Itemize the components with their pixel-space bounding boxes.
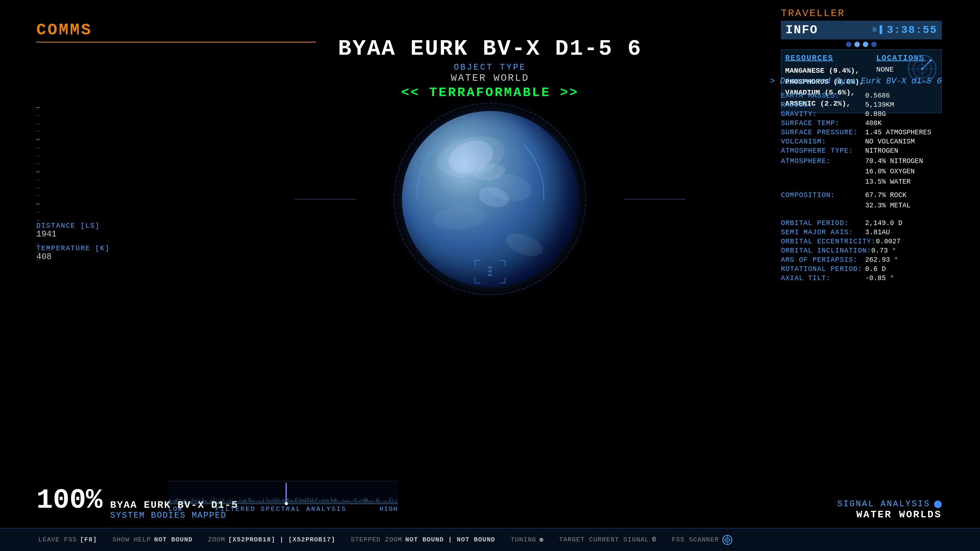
percent-value: 100% (36, 485, 103, 516)
planet-props: EARTH MASSES: 0.5686 RADIUS: 5,139KM GRA… (781, 92, 942, 284)
volcanism-value: NO VOLCANISM (865, 138, 942, 145)
ruler-tick (36, 180, 39, 188)
spectral-tick (328, 500, 329, 503)
distance-label: DISTANCE [LS] (36, 222, 110, 230)
tuning-key: ⊕ (539, 536, 544, 544)
distance-value: 1941 (36, 230, 110, 239)
signal-dot (934, 500, 942, 508)
spectral-tick (306, 501, 307, 503)
cmd-show-help[interactable]: SHOW HELP NOT BOUND (113, 536, 193, 543)
prop-orbital-eccentricity: ORBITAL ECCENTRICITY: 0.0027 (781, 238, 942, 245)
spectral-tick (278, 498, 279, 503)
object-type-value: WATER WORLD (338, 72, 642, 84)
spectral-tick (239, 500, 240, 503)
prop-arg-periapsis: ARG OF PERIAPSIS: 262.93 ° (781, 256, 942, 264)
semi-major-label: SEMI MAJOR AXIS: (781, 228, 865, 236)
prop-orbital-inclination: ORBITAL INCLINATION: 0.73 ° (781, 247, 942, 254)
scan-line-left (295, 199, 356, 199)
cmd-fss-scanner[interactable]: FSS SCANNER (672, 535, 733, 545)
info-label: INFO (786, 23, 818, 37)
spectral-tick (385, 500, 386, 503)
targeting-brackets: AA AA AA (475, 260, 505, 283)
spectral-tick (305, 498, 306, 503)
stepped-zoom-label: STEPPED ZOOM (351, 536, 402, 543)
ruler-tick (36, 107, 39, 116)
bottom-bar: LEAVE FSS [F8] SHOW HELP NOT BOUND ZOOM … (0, 528, 980, 551)
water-worlds-label: WATER WORLDS (837, 509, 942, 520)
spectral-tick (329, 502, 330, 503)
spectral-tick (334, 499, 335, 503)
spectral-tick (271, 499, 272, 503)
spectral-tick (294, 501, 294, 503)
spectral-tick (323, 499, 324, 503)
spectral-tick (247, 502, 248, 503)
ruler-tick (36, 188, 39, 196)
cmd-tuning[interactable]: TUNING ⊕ (511, 536, 544, 544)
spectral-tick (269, 499, 270, 503)
spectral-tick (304, 500, 305, 503)
cmd-target-signal[interactable]: TARGET CURRENT SIGNAL © (559, 536, 656, 543)
spectral-tick (249, 499, 250, 503)
scan-line-right (624, 199, 685, 199)
ruler-tick (36, 148, 39, 156)
menu-icon[interactable]: ≡▐ (872, 25, 882, 35)
dots-row (781, 42, 942, 47)
spectral-tick (320, 501, 321, 503)
orbital-eccentricity-value: 0.0027 (876, 238, 942, 245)
spectral-tick (343, 499, 344, 503)
ruler-tick (36, 124, 39, 132)
spectral-tick (295, 499, 296, 503)
prop-semi-major: SEMI MAJOR AXIS: 3.81AU (781, 228, 942, 236)
spectral-tick (395, 501, 396, 503)
bottom-system-info: BYAA EURK BV-X D1-5 SYSTEM BODIES MAPPED (110, 499, 238, 520)
ruler-tick (36, 163, 39, 171)
spectral-tick (358, 500, 358, 503)
zoom-label: ZOOM (208, 536, 225, 543)
spectral-tick (382, 502, 382, 503)
atmosphere-label: ATMOSPHERE: (781, 157, 865, 165)
radius-label: RADIUS: (781, 101, 865, 109)
atmosphere-value-3: 13.5% WATER (865, 177, 942, 187)
leave-fss-label: LEAVE FSS (38, 536, 77, 543)
surface-pressure-value: 1.45 ATMOSPHERES (865, 129, 942, 136)
dot-1 (846, 42, 851, 47)
orbital-inclination-label: ORBITAL INCLINATION: (781, 247, 871, 254)
spectral-tick (246, 499, 247, 503)
spectral-tick (309, 498, 309, 503)
spectral-tick (248, 497, 249, 503)
spectral-tick (390, 497, 390, 503)
spectral-tick (296, 498, 297, 503)
cmd-zoom[interactable]: ZOOM [X52PROB18] | [X52PROB17] (208, 536, 335, 543)
prop-surface-temp: SURFACE TEMP: 408K (781, 119, 942, 127)
ruler-tick (36, 131, 39, 139)
ruler-tick (36, 204, 39, 212)
spectral-tick (321, 499, 322, 503)
spectral-tick (276, 499, 276, 503)
ruler-tick (36, 171, 39, 180)
spectral-tick (372, 501, 373, 503)
spectral-tick (325, 499, 325, 503)
spectral-tick (258, 501, 259, 503)
spectral-tick (311, 499, 312, 503)
spectral-tick (243, 499, 244, 503)
cmd-leave-fss[interactable]: LEAVE FSS [F8] (38, 536, 97, 543)
spectral-tick (307, 498, 308, 503)
arg-periapsis-value: 262.93 ° (865, 256, 942, 264)
planet-title: BYAA EURK BV-X D1-5 6 (338, 36, 642, 61)
spectral-tick (362, 499, 363, 503)
atmosphere-value-1: 70.4% NITROGEN (865, 156, 942, 166)
spectral-tick (327, 499, 328, 503)
spectral-tick (342, 502, 343, 503)
spectral-tick (281, 502, 282, 503)
prop-atmosphere: ATMOSPHERE: 70.4% NITROGEN 16.0% OXYGEN … (781, 156, 942, 187)
spectral-tick (299, 500, 300, 503)
spectral-tick (322, 500, 323, 503)
temperature-label: TEMPERATURE [K] (36, 245, 110, 252)
prop-radius: RADIUS: 5,139KM (781, 101, 942, 109)
spectral-tick (298, 497, 299, 503)
spectral-tick (345, 501, 346, 503)
cmd-stepped-zoom[interactable]: STEPPED ZOOM NOT BOUND | NOT BOUND (351, 536, 495, 543)
spectral-tick (317, 498, 317, 503)
discovered-text: > Discovered Byaa Eurk BV-X d1-5 6 (770, 77, 942, 86)
spectral-tick (245, 500, 245, 503)
